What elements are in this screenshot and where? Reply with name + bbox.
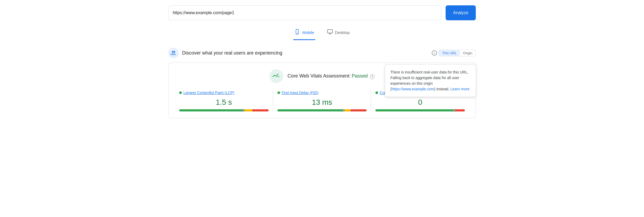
metric-lcp-dot [179, 91, 182, 94]
metric-cls-value: 0 [375, 98, 465, 107]
tab-desktop[interactable]: Desktop [326, 27, 351, 40]
metric-lcp-bar-orange [244, 109, 252, 111]
metric-lcp-bar [179, 109, 269, 111]
tabs-row: Mobile Desktop [168, 27, 476, 40]
cwv-status: Passed [352, 73, 368, 79]
svg-rect-2 [327, 30, 332, 33]
url-input[interactable] [168, 5, 441, 20]
metric-cls-bar-green [375, 109, 454, 111]
tooltip-text-after: ) instead. [434, 87, 449, 91]
toggle-group: This URL Origin [439, 50, 476, 56]
svg-point-9 [277, 76, 278, 77]
url-bar-row: Analyze [168, 5, 476, 20]
metric-lcp-label-row: Largest Contentful Paint (LCP) [179, 91, 269, 95]
metric-fid-value: 13 ms [277, 98, 367, 107]
metric-lcp: Largest Contentful Paint (LCP) 1.5 s [175, 91, 273, 111]
metric-fid-bar-green [277, 109, 344, 111]
metric-fid-bar [277, 109, 367, 111]
cwv-icon [269, 69, 283, 83]
metric-fid-dot [277, 91, 280, 94]
cwv-title-group: Core Web Vitals Assessment: Passed ? [288, 73, 375, 79]
metric-fid-bar-red [351, 109, 367, 111]
metric-lcp-bar-red [252, 109, 268, 111]
tab-mobile[interactable]: Mobile [293, 27, 315, 40]
metric-lcp-bar-green [179, 109, 244, 111]
info-icon[interactable]: i [432, 50, 437, 56]
metric-fid-label[interactable]: First Input Delay (FID) [282, 91, 319, 95]
tooltip-link[interactable]: https://www.example.com [392, 87, 434, 91]
metric-lcp-marker [242, 109, 245, 111]
metric-fid: First Input Delay (FID) 13 ms [273, 91, 371, 111]
analyze-button[interactable]: Analyze [446, 5, 476, 20]
mobile-icon [294, 29, 300, 36]
metric-cls-dot [375, 91, 378, 94]
metric-lcp-value: 1.5 s [179, 98, 269, 107]
section-title: Discover what your real users are experi… [182, 50, 282, 56]
tab-desktop-label: Desktop [335, 30, 350, 35]
metric-fid-label-row: First Input Delay (FID) [277, 91, 367, 95]
tooltip-popup: There is insufficient real-user data for… [385, 65, 476, 97]
metric-cls-bar [375, 109, 465, 111]
svg-point-6 [174, 51, 175, 53]
metric-cls-marker [453, 109, 455, 111]
metric-lcp-label[interactable]: Largest Contentful Paint (LCP) [183, 91, 234, 95]
svg-point-8 [279, 76, 280, 77]
cwv-help-icon[interactable]: ? [370, 74, 375, 79]
toggle-origin[interactable]: Origin [460, 50, 476, 56]
svg-point-5 [172, 51, 174, 53]
section-title-group: Discover what your real users are experi… [168, 48, 282, 58]
tooltip-learn-more[interactable]: Learn more [450, 87, 470, 91]
cwv-title: Core Web Vitals Assessment: [288, 73, 351, 79]
toggle-this-url[interactable]: This URL [439, 50, 460, 56]
url-toggle-group: i This URL Origin There is insufficient … [432, 50, 476, 56]
metric-fid-bar-orange [343, 109, 351, 111]
metric-cls-bar-red [454, 109, 465, 111]
desktop-icon [327, 29, 333, 36]
section-avatar [168, 48, 179, 58]
section-header: Discover what your real users are experi… [168, 48, 476, 58]
tab-mobile-label: Mobile [302, 30, 314, 35]
metric-fid-marker [342, 109, 344, 111]
